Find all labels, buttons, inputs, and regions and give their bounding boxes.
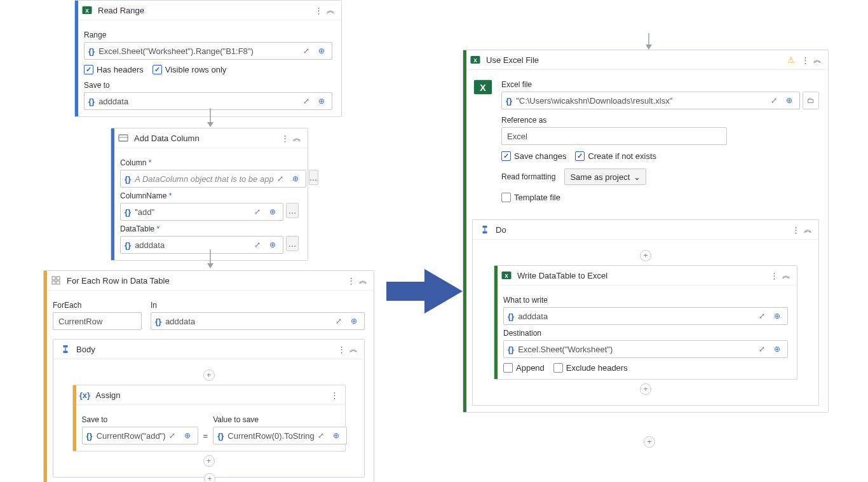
expand-icon[interactable]: ⤢ [274, 172, 287, 185]
browse-folder-button[interactable]: 🗀 [803, 92, 819, 109]
expand-icon[interactable]: ⤢ [300, 45, 313, 57]
plus-icon[interactable]: ⊕ [315, 45, 328, 57]
assign-value-input[interactable]: {} CurrentRow(0).ToString ⤢ ⊕ [213, 427, 347, 444]
expand-icon[interactable]: ⤢ [768, 94, 780, 107]
expand-icon[interactable]: ⤢ [300, 95, 313, 107]
plus-icon[interactable]: ⊕ [771, 343, 783, 355]
excel-icon: X [501, 270, 512, 281]
save-to-input[interactable]: {} adddata ⤢ ⊕ [84, 92, 332, 110]
more-icon[interactable]: ⋮ [801, 55, 810, 65]
read-range-activity[interactable]: X Read Range ⋮ ︽ Range {} Excel.Sheet("W… [74, 0, 342, 117]
column-input[interactable]: {} A DataColumn object that is to be app… [120, 170, 306, 188]
warning-icon[interactable]: ⚠ [787, 55, 795, 65]
body-sequence[interactable]: Body ⋮ ︽ + {x} Assign ⋮ [53, 339, 365, 478]
plus-icon[interactable]: ⊕ [771, 310, 783, 322]
use-excel-file-activity[interactable]: X Use Excel File ⚠ ⋮ ︽ X Excel file {} "… [463, 50, 829, 413]
svg-rect-11 [57, 281, 60, 284]
plus-icon[interactable]: ⊕ [181, 429, 194, 442]
collapse-icon[interactable]: ︽ [359, 275, 367, 286]
add-activity-button[interactable]: + [203, 369, 215, 381]
expand-icon[interactable]: ⤢ [251, 205, 264, 218]
plus-icon[interactable]: ⊕ [266, 238, 279, 251]
plus-icon[interactable]: ⊕ [266, 205, 279, 218]
expand-icon[interactable]: ⤢ [166, 429, 179, 442]
add-activity-button[interactable]: + [640, 383, 651, 395]
write-datatable-activity[interactable]: X Write DataTable to Excel ⋮ ︽ What to w… [494, 265, 797, 380]
for-each-row-activity[interactable]: For Each Row in Data Table ⋮ ︽ ForEach C… [43, 270, 374, 482]
add-data-column-activity[interactable]: Add Data Column ⋮ ︽ Column {} A DataColu… [111, 128, 308, 261]
save-to-label: Save to [82, 415, 198, 424]
plus-icon[interactable]: ⊕ [289, 172, 302, 185]
in-input[interactable]: {} adddata ⤢ ⊕ [151, 312, 365, 330]
collapse-icon[interactable]: ︽ [327, 4, 335, 16]
column-label: Column [120, 158, 299, 167]
expand-icon[interactable]: ⤢ [756, 310, 768, 322]
what-to-write-input[interactable]: {} adddata ⤢ ⊕ [503, 307, 788, 325]
read-formatting-select[interactable]: Same as project⌄ [564, 169, 646, 185]
equals-sign: = [203, 431, 208, 444]
braces-icon: {} [125, 207, 131, 217]
svg-marker-3 [207, 122, 214, 127]
add-activity-button[interactable]: + [644, 436, 655, 448]
collapse-icon[interactable]: ︽ [804, 224, 812, 235]
collapse-icon[interactable]: ︽ [782, 270, 790, 281]
range-input[interactable]: {} Excel.Sheet("Worksheet").Range("B1:F8… [84, 42, 332, 60]
body-title: Body [76, 345, 95, 354]
do-sequence[interactable]: Do ⋮ ︽ + X Write DataTable to Excel [472, 219, 819, 406]
plus-icon[interactable]: ⊕ [330, 429, 342, 442]
expand-icon[interactable]: ⤢ [332, 315, 345, 327]
destination-input[interactable]: {} Excel.Sheet("Worksheet") ⤢ ⊕ [503, 340, 788, 358]
has-headers-checkbox[interactable]: Has headers [84, 65, 144, 74]
expand-icon[interactable]: ⤢ [756, 343, 768, 355]
plus-icon[interactable]: ⊕ [348, 315, 360, 327]
collapse-icon[interactable]: ︽ [293, 132, 301, 144]
plus-icon[interactable]: ⊕ [783, 94, 796, 107]
in-label: In [151, 301, 365, 310]
append-checkbox[interactable]: Append [503, 363, 545, 373]
big-arrow-icon [386, 266, 463, 317]
excel-file-input[interactable]: {} "C:\Users\wicakshn\Downloads\result.x… [501, 92, 800, 109]
reference-as-input[interactable]: Excel [501, 127, 727, 145]
add-activity-button[interactable]: + [640, 250, 651, 261]
do-title: Do [496, 225, 506, 235]
more-icon[interactable]: ⋮ [315, 6, 323, 15]
foreach-input[interactable]: CurrentRow [53, 312, 142, 330]
save-changes-checkbox[interactable]: Save changes [501, 151, 566, 161]
exclude-headers-checkbox[interactable]: Exclude headers [553, 363, 628, 373]
more-icon[interactable]: ⋮ [337, 345, 346, 354]
svg-rect-8 [52, 277, 55, 280]
data-table-label: DataTable [120, 224, 299, 233]
expand-icon[interactable]: ⤢ [251, 238, 264, 251]
braces-icon: {} [88, 46, 95, 56]
ellipsis-button[interactable]: … [286, 203, 299, 218]
collapse-icon[interactable]: ︽ [349, 343, 358, 355]
collapse-icon[interactable]: ︽ [813, 54, 822, 65]
assign-icon: {x} [79, 389, 91, 401]
what-to-write-label: What to write [503, 296, 788, 305]
svg-marker-17 [646, 45, 652, 50]
plus-icon[interactable]: ⊕ [315, 95, 328, 107]
ellipsis-button[interactable]: … [309, 170, 318, 185]
foreach-icon [50, 275, 62, 286]
assign-activity[interactable]: {x} Assign ⋮ Save to {} CurrentRow("add"… [72, 385, 346, 451]
more-icon[interactable]: ⋮ [792, 225, 800, 235]
column-name-input[interactable]: {} "add" ⤢ ⊕ [120, 203, 283, 221]
expand-icon[interactable]: ⤢ [315, 429, 327, 442]
excel-file-label: Excel file [501, 80, 819, 89]
more-icon[interactable]: ⋮ [770, 271, 778, 280]
data-table-input[interactable]: {} adddata ⤢ ⊕ [120, 236, 283, 254]
svg-rect-10 [52, 281, 55, 284]
more-icon[interactable]: ⋮ [281, 134, 289, 143]
create-if-not-exists-checkbox[interactable]: Create if not exists [575, 151, 656, 161]
more-icon[interactable]: ⋮ [347, 276, 355, 286]
add-activity-button[interactable]: + [203, 455, 215, 467]
more-icon[interactable]: ⋮ [330, 390, 339, 400]
template-file-checkbox[interactable]: Template file [501, 193, 560, 202]
braces-icon: {} [88, 97, 95, 106]
range-label: Range [84, 31, 332, 39]
ellipsis-button[interactable]: … [286, 236, 299, 251]
add-activity-button[interactable]: + [204, 473, 215, 482]
svg-marker-7 [207, 263, 214, 268]
assign-save-to-input[interactable]: {} CurrentRow("add") ⤢ ⊕ [82, 427, 198, 444]
visible-rows-checkbox[interactable]: Visible rows only [153, 65, 227, 74]
